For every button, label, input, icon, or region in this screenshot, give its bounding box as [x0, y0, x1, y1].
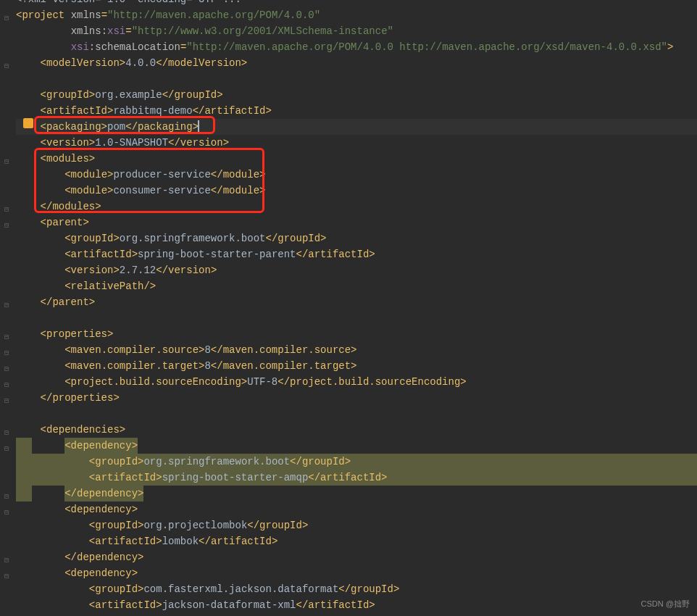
code-line[interactable]: <artifactId>jackson-dataformat-xml</arti…: [16, 597, 697, 613]
code-line[interactable]: <packaging>pom</packaging>: [16, 119, 697, 135]
code-area[interactable]: <?xml version="1.0" encoding="UTF-...<pr…: [16, 0, 697, 616]
fold-toggle[interactable]: ⊟: [4, 425, 9, 441]
change-marker: [16, 470, 32, 486]
code-line[interactable]: </modules>: [16, 199, 697, 215]
fold-toggle[interactable]: ⊟: [4, 218, 9, 234]
code-line[interactable]: <maven.compiler.target>8</maven.compiler…: [16, 358, 697, 374]
fold-toggle[interactable]: ⊟: [4, 346, 9, 362]
code-line[interactable]: <artifactId>spring-boot-starter-amqp</ar…: [16, 470, 697, 486]
watermark: CSDN @拙野: [641, 596, 690, 612]
code-line[interactable]: <parent>: [16, 215, 697, 230]
code-line[interactable]: <module>producer-service</module>: [16, 167, 697, 183]
fold-toggle[interactable]: ⊟: [4, 202, 9, 218]
code-editor[interactable]: ⊟⊟⊟⊟⊟⊟⊟⊟⊟⊟⊟⊟⊟⊟⊟⊟⊟ <?xml version="1.0" en…: [0, 0, 697, 616]
code-line[interactable]: <version>1.0-SNAPSHOT</version>: [16, 135, 697, 151]
code-line[interactable]: <groupId>com.fasterxml.jackson.dataforma…: [16, 581, 697, 597]
code-line[interactable]: <artifactId>lombok</artifactId>: [16, 533, 697, 549]
fold-toggle[interactable]: ⊟: [4, 394, 9, 409]
change-marker: [16, 438, 32, 454]
code-line[interactable]: <artifactId>rabbitmq-demo</artifactId>: [16, 103, 697, 119]
code-line[interactable]: <groupId>org.springframework.boot</group…: [16, 454, 697, 470]
gutter: ⊟⊟⊟⊟⊟⊟⊟⊟⊟⊟⊟⊟⊟⊟⊟⊟⊟: [0, 0, 16, 616]
code-line[interactable]: <groupId>org.example</groupId>: [16, 87, 697, 103]
code-line[interactable]: <project xmlns="http://maven.apache.org/…: [16, 7, 697, 23]
fold-toggle[interactable]: ⊟: [4, 59, 9, 75]
code-line[interactable]: <artifactId>spring-boot-starter-parent</…: [16, 246, 697, 262]
code-line[interactable]: <modelVersion>4.0.0</modelVersion>: [16, 55, 697, 71]
code-line[interactable]: </dependency>: [16, 486, 697, 501]
code-line[interactable]: <dependency>: [16, 501, 697, 517]
code-line[interactable]: xsi:schemaLocation="http://maven.apache.…: [16, 39, 697, 55]
code-line[interactable]: <groupId>org.springframework.boot</group…: [16, 230, 697, 246]
change-marker: [16, 454, 32, 470]
code-line[interactable]: <properties>: [16, 326, 697, 342]
code-line[interactable]: <version>2.7.12</version>: [16, 262, 697, 278]
fold-toggle[interactable]: ⊟: [4, 330, 9, 346]
code-line[interactable]: <dependency>: [16, 438, 697, 454]
fold-toggle[interactable]: ⊟: [4, 489, 9, 505]
fold-toggle[interactable]: ⊟: [4, 569, 9, 585]
code-line[interactable]: xmlns:xsi="http://www.w3.org/2001/XMLSch…: [16, 23, 697, 39]
code-line[interactable]: [16, 406, 697, 422]
fold-toggle[interactable]: ⊟: [4, 441, 9, 457]
code-line[interactable]: <project.build.sourceEncoding>UTF-8</pro…: [16, 374, 697, 390]
fold-toggle[interactable]: ⊟: [4, 378, 9, 394]
code-line[interactable]: <modules>: [16, 151, 697, 167]
fold-toggle[interactable]: ⊟: [4, 298, 9, 314]
code-line[interactable]: </parent>: [16, 294, 697, 310]
code-line[interactable]: </properties>: [16, 390, 697, 406]
fold-toggle[interactable]: ⊟: [4, 362, 9, 378]
code-line[interactable]: <dependency>: [16, 565, 697, 581]
fold-toggle[interactable]: ⊟: [4, 154, 9, 170]
code-line[interactable]: <relativePath/>: [16, 278, 697, 294]
change-marker: [16, 486, 32, 501]
fold-toggle[interactable]: ⊟: [4, 553, 9, 569]
code-line[interactable]: </dependency>: [16, 549, 697, 565]
fold-toggle[interactable]: ⊟: [4, 505, 9, 521]
code-line[interactable]: <module>consumer-service</module>: [16, 183, 697, 199]
code-line[interactable]: <dependencies>: [16, 422, 697, 438]
intention-bulb-icon[interactable]: [23, 118, 33, 128]
fold-toggle[interactable]: ⊟: [4, 11, 9, 27]
code-line[interactable]: [16, 71, 697, 87]
code-line[interactable]: [16, 310, 697, 326]
code-line[interactable]: <maven.compiler.source>8</maven.compiler…: [16, 342, 697, 358]
code-line[interactable]: <groupId>org.projectlombok</groupId>: [16, 517, 697, 533]
code-line[interactable]: <?xml version="1.0" encoding="UTF-...: [16, 0, 697, 7]
